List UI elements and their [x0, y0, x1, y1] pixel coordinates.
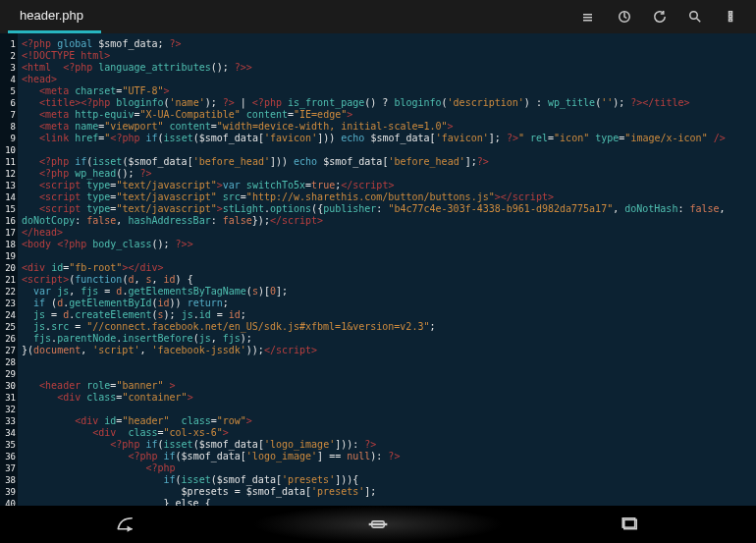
nav-back-button[interactable] [0, 506, 252, 543]
code-content[interactable]: <?php global $smof_data; ?> <!DOCTYPE ht… [0, 33, 756, 506]
app-bar: header.php [0, 0, 756, 33]
overflow-icon[interactable] [713, 2, 748, 31]
svg-rect-2 [729, 12, 732, 14]
file-tab[interactable]: header.php [8, 1, 101, 33]
hamburger-icon[interactable] [571, 2, 607, 31]
android-navbar [0, 506, 756, 543]
code-editor[interactable]: 1234567891011121314151617181920212223242… [0, 33, 756, 506]
svg-rect-3 [729, 16, 732, 18]
nav-recent-button[interactable] [504, 506, 756, 543]
back-icon [112, 511, 139, 538]
nav-home-button[interactable] [252, 506, 505, 543]
search-icon[interactable] [677, 2, 713, 31]
svg-rect-4 [729, 19, 732, 21]
file-tab-label: header.php [20, 8, 83, 23]
reload-icon[interactable] [642, 2, 677, 31]
line-number-gutter: 1234567891011121314151617181920212223242… [0, 33, 18, 506]
home-icon [364, 511, 392, 538]
svg-rect-6 [369, 523, 388, 525]
recent-icon [617, 511, 644, 538]
refresh-icon[interactable] [607, 2, 642, 31]
svg-point-1 [690, 12, 698, 20]
